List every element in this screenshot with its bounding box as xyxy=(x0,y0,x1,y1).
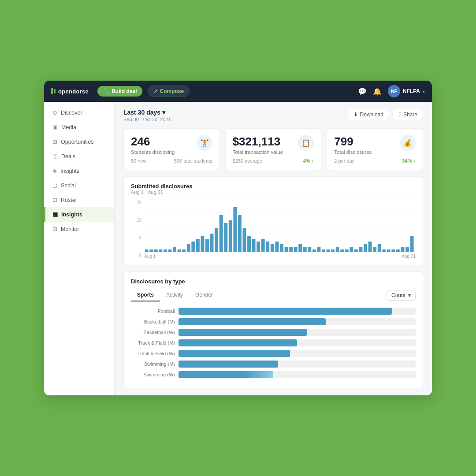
svg-rect-41 xyxy=(312,249,316,252)
stat-card-students: 🏋 246 Students disclosing 50 new 506 tot… xyxy=(123,128,220,170)
sidebar-item-monitor[interactable]: ⊟ Monitor xyxy=(44,222,114,236)
bar-fill-track-w xyxy=(178,350,290,357)
y-label-20: 20 xyxy=(131,200,141,205)
chart-x-labels: Aug 1 Aug 31 xyxy=(144,254,416,259)
bar-track-football xyxy=(178,308,416,315)
stat-badge-transaction: 4% ↑ xyxy=(303,158,314,164)
bar-track-swimming-w xyxy=(178,371,416,378)
bar-label-swimming-m: Swimming (M) xyxy=(131,361,175,367)
stat-card-transaction: 📋 $321,113 Total transaction value $250 … xyxy=(225,128,322,170)
svg-rect-50 xyxy=(354,249,358,252)
bar-track-basketball-w xyxy=(178,329,416,336)
share-button[interactable]: ⤴ Share xyxy=(393,109,423,120)
bar-track-m: Track & Field (M) xyxy=(131,339,416,346)
sidebar-label-deals: Deals xyxy=(61,153,75,160)
nav-icons: 💬 🔔 NF NFLPA ▾ xyxy=(358,85,425,97)
download-icon: ⬇ xyxy=(353,112,358,118)
svg-rect-59 xyxy=(396,249,400,252)
svg-rect-36 xyxy=(289,247,293,252)
content-header: Last 30 days ▾ Sep 30 - Oct 30, 2021 ⬇ D… xyxy=(123,109,423,122)
bar-basketball-m: Basketball (M) xyxy=(131,318,416,325)
sidebar-item-insights-top[interactable]: ◈ Insights xyxy=(44,164,114,178)
tab-activity[interactable]: Activity xyxy=(160,289,189,301)
sidebar-item-roster[interactable]: ⊡ Roster xyxy=(44,193,114,207)
chevron-icon: ▾ xyxy=(162,109,165,116)
share-icon: ⤴ xyxy=(398,112,401,118)
submitted-chart-section: Submitted disclosures Aug 1 - Aug 31 20 … xyxy=(123,176,423,265)
sidebar-item-social[interactable]: ◻ Social xyxy=(44,178,114,193)
count-dropdown[interactable]: Count ▾ xyxy=(387,290,416,301)
svg-rect-42 xyxy=(317,247,320,252)
svg-rect-5 xyxy=(145,249,149,252)
svg-rect-32 xyxy=(271,244,274,252)
svg-rect-40 xyxy=(308,247,311,252)
y-label-10: 10 xyxy=(131,218,141,223)
sidebar-label-roster: Roster xyxy=(61,197,77,203)
sidebar-item-insights[interactable]: ▦ Insights xyxy=(44,207,114,222)
stat-sub2-students: 506 total students xyxy=(174,158,212,164)
tabs-row: Sports Activity Gender Count ▾ xyxy=(131,289,416,301)
count-label: Count xyxy=(391,292,405,298)
date-range-label-text: Last 30 days xyxy=(123,109,160,116)
main-layout: ⊙ Discover ▣ Media ⊞ Opportunities ◫ Dea… xyxy=(44,102,432,395)
top-nav: opendorse 🔧 Build deal ↗ Compose 💬 🔔 NF … xyxy=(44,81,432,102)
y-label-0: 0 xyxy=(131,253,141,258)
compose-button[interactable]: ↗ Compose xyxy=(148,86,190,97)
bar-fill-swimming-w xyxy=(178,371,273,378)
date-range-button[interactable]: Last 30 days ▾ xyxy=(123,109,171,116)
bar-label-football: Football xyxy=(131,309,175,314)
compose-icon: ↗ xyxy=(153,88,158,94)
submitted-chart-subtitle: Aug 1 - Aug 31 xyxy=(131,190,416,195)
bar-track-w: Track & Field (W) xyxy=(131,350,416,357)
y-label-5: 5 xyxy=(131,235,141,240)
download-button[interactable]: ⬇ Download xyxy=(348,109,389,120)
bar-track-basketball-m xyxy=(178,318,416,325)
bell-icon[interactable]: 🔔 xyxy=(373,87,382,96)
svg-rect-44 xyxy=(327,249,330,252)
x-label-aug1: Aug 1 xyxy=(144,254,156,259)
date-range: Last 30 days ▾ Sep 30 - Oct 30, 2021 xyxy=(123,109,171,122)
svg-rect-26 xyxy=(243,228,246,252)
svg-rect-57 xyxy=(387,249,390,252)
svg-rect-13 xyxy=(182,249,186,252)
sidebar-item-deals[interactable]: ◫ Deals xyxy=(44,149,114,164)
bar-label-basketball-w: Basketball (W) xyxy=(131,330,175,335)
bar-swimming-m: Swimming (M) xyxy=(131,361,416,368)
profile-menu[interactable]: NF NFLPA ▾ xyxy=(388,85,425,97)
stat-label-disclosures: Total disclosures xyxy=(334,149,416,155)
build-deal-button[interactable]: 🔧 Build deal xyxy=(97,86,142,97)
sidebar-item-discover[interactable]: ⊙ Discover xyxy=(44,105,114,120)
sidebar-item-opportunities[interactable]: ⊞ Opportunities xyxy=(44,134,114,149)
svg-rect-33 xyxy=(275,242,279,252)
bar-fill-track-m xyxy=(178,339,297,346)
svg-rect-62 xyxy=(410,236,414,252)
logo-area: opendorse xyxy=(51,88,89,95)
svg-rect-14 xyxy=(187,244,190,252)
bar-track-swimming-m xyxy=(178,361,416,368)
bar-basketball-w: Basketball (W) xyxy=(131,329,416,336)
sidebar-label-insights: Insights xyxy=(61,212,82,218)
sidebar-label-social: Social xyxy=(61,182,76,189)
chat-icon[interactable]: 💬 xyxy=(358,87,367,96)
tab-gender[interactable]: Gender xyxy=(189,289,219,301)
svg-rect-21 xyxy=(219,215,223,252)
svg-rect-31 xyxy=(266,242,269,252)
svg-rect-46 xyxy=(336,247,339,252)
stat-footer-disclosures: 2 per day 34% ↑ xyxy=(334,158,416,164)
svg-rect-30 xyxy=(261,239,265,252)
media-icon: ▣ xyxy=(52,124,58,130)
svg-rect-18 xyxy=(205,239,209,252)
logo-icon xyxy=(51,88,56,94)
svg-rect-47 xyxy=(340,249,344,252)
tab-sports[interactable]: Sports xyxy=(131,289,160,301)
sidebar-item-media[interactable]: ▣ Media xyxy=(44,120,114,134)
logo-text: opendorse xyxy=(58,88,89,95)
svg-rect-19 xyxy=(210,234,214,252)
bar-swimming-w: Swimming (W) xyxy=(131,371,416,378)
svg-rect-35 xyxy=(285,247,288,252)
svg-rect-39 xyxy=(303,247,307,252)
svg-rect-52 xyxy=(364,244,367,252)
stat-sub1-disclosures: 2 per day xyxy=(334,158,354,164)
stat-sub1-transaction: $250 average xyxy=(233,158,262,164)
monitor-icon: ⊟ xyxy=(52,226,57,232)
